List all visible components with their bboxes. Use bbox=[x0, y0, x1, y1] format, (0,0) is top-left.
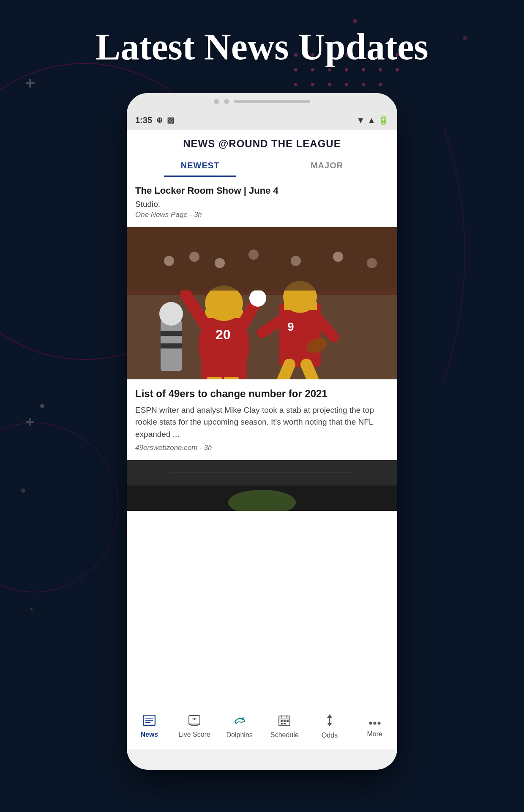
odds-icon bbox=[324, 714, 336, 730]
svg-rect-86 bbox=[281, 720, 283, 722]
nav-label-more: More bbox=[367, 730, 382, 738]
svg-line-54 bbox=[306, 365, 313, 379]
svg-point-32 bbox=[353, 19, 357, 23]
nav-item-schedule[interactable]: Schedule bbox=[262, 703, 307, 749]
svg-point-16 bbox=[294, 83, 297, 86]
app-header-title: NEWS @ROUND THE LEAGUE bbox=[135, 138, 389, 150]
news-icon bbox=[143, 715, 156, 729]
nav-label-news: News bbox=[140, 731, 158, 738]
svg-point-19 bbox=[345, 83, 348, 86]
svg-point-31 bbox=[21, 488, 25, 493]
svg-point-21 bbox=[379, 83, 382, 86]
phone-dot-2 bbox=[224, 99, 229, 104]
more-icon bbox=[369, 715, 381, 728]
svg-point-20 bbox=[362, 83, 365, 86]
news-subtitle-1: Studio: bbox=[135, 200, 389, 209]
svg-rect-39 bbox=[205, 310, 243, 318]
phone-top-bar bbox=[127, 93, 397, 110]
svg-marker-92 bbox=[327, 723, 332, 726]
tabs-row: NEWEST MAJOR bbox=[135, 156, 389, 177]
svg-point-13 bbox=[362, 68, 365, 71]
svg-point-10 bbox=[311, 68, 314, 71]
svg-text:20: 20 bbox=[216, 327, 231, 342]
signal-icon: ▲ bbox=[367, 115, 376, 125]
tab-major[interactable]: MAJOR bbox=[294, 156, 360, 177]
svg-point-62 bbox=[215, 258, 225, 268]
svg-point-1 bbox=[0, 423, 118, 592]
svg-point-95 bbox=[373, 722, 376, 725]
livescore-icon bbox=[188, 715, 201, 729]
news-source-1: One News Page - 3h bbox=[135, 211, 389, 219]
svg-point-63 bbox=[248, 250, 259, 260]
svg-point-96 bbox=[377, 722, 380, 725]
nav-item-more[interactable]: More bbox=[352, 703, 397, 749]
svg-point-15 bbox=[396, 68, 399, 71]
news-article-excerpt-2: ESPN writer and analyst Mike Clay took a… bbox=[135, 404, 389, 441]
status-bar: 1:35 ⊕ ▨ ▼ ▲ 🔋 bbox=[127, 110, 397, 130]
app-content: NEWS @ROUND THE LEAGUE NEWEST MAJOR The … bbox=[127, 130, 397, 749]
nav-item-dolphins[interactable]: Dolphins bbox=[217, 703, 262, 749]
phone-dot-1 bbox=[214, 99, 219, 104]
svg-point-94 bbox=[369, 722, 372, 725]
svg-rect-90 bbox=[284, 723, 286, 724]
svg-rect-57 bbox=[161, 331, 182, 336]
phone-notch-bar bbox=[234, 100, 310, 103]
news-image-football[interactable]: 20 9 bbox=[127, 227, 397, 379]
svg-text:+: + bbox=[25, 74, 35, 92]
svg-text:9: 9 bbox=[287, 320, 294, 333]
svg-rect-88 bbox=[287, 720, 289, 722]
svg-point-17 bbox=[311, 83, 314, 86]
app-header: NEWS @ROUND THE LEAGUE NEWEST MAJOR bbox=[127, 130, 397, 177]
nav-label-dolphins: Dolphins bbox=[227, 731, 253, 739]
news-list: The Locker Room Show | June 4 Studio: On… bbox=[127, 177, 397, 703]
dolphins-icon bbox=[233, 714, 246, 729]
svg-rect-44 bbox=[207, 377, 222, 379]
svg-point-81 bbox=[241, 718, 243, 720]
news-article-title-2: List of 49ers to change number for 2021 bbox=[135, 387, 389, 400]
bottom-nav: News Live Score bbox=[127, 703, 397, 749]
battery-icon: 🔋 bbox=[378, 115, 389, 125]
schedule-icon bbox=[278, 714, 290, 729]
news-image-bottom[interactable] bbox=[127, 460, 397, 511]
page-title: Latest News Updates bbox=[0, 25, 524, 68]
svg-rect-87 bbox=[284, 720, 286, 722]
nav-label-odds: Odds bbox=[322, 732, 338, 739]
status-icon-square: ▨ bbox=[167, 115, 174, 125]
status-icon-circle: ⊕ bbox=[156, 115, 163, 125]
svg-point-11 bbox=[328, 68, 331, 71]
news-article-source-2: 49erswebzone.com - 3h bbox=[135, 444, 389, 452]
svg-marker-91 bbox=[327, 714, 332, 718]
status-time: 1:35 bbox=[135, 115, 152, 125]
svg-point-61 bbox=[189, 252, 199, 262]
svg-point-30 bbox=[40, 404, 44, 408]
svg-rect-45 bbox=[224, 377, 239, 379]
svg-point-56 bbox=[159, 302, 183, 326]
svg-point-42 bbox=[249, 290, 266, 307]
nav-item-odds[interactable]: Odds bbox=[307, 703, 352, 749]
svg-point-14 bbox=[379, 68, 382, 71]
svg-text:+: + bbox=[25, 413, 34, 431]
svg-text:·: · bbox=[30, 601, 33, 616]
svg-rect-89 bbox=[281, 723, 283, 724]
nav-label-livescore: Live Score bbox=[178, 731, 210, 738]
svg-point-18 bbox=[328, 83, 331, 86]
svg-rect-58 bbox=[161, 343, 182, 348]
news-item-2[interactable]: List of 49ers to change number for 2021 … bbox=[127, 379, 397, 461]
svg-point-12 bbox=[345, 68, 348, 71]
svg-point-66 bbox=[367, 258, 377, 268]
svg-point-64 bbox=[291, 256, 301, 266]
news-title-1: The Locker Room Show | June 4 bbox=[135, 185, 389, 197]
phone-mockup: 1:35 ⊕ ▨ ▼ ▲ 🔋 NEWS @ROUND THE LEAGUE NE… bbox=[127, 93, 397, 770]
svg-rect-48 bbox=[284, 302, 317, 310]
svg-point-9 bbox=[294, 68, 297, 71]
nav-item-news[interactable]: News bbox=[127, 703, 172, 749]
svg-point-65 bbox=[333, 252, 343, 262]
svg-point-60 bbox=[164, 256, 174, 266]
nav-label-schedule: Schedule bbox=[270, 731, 299, 739]
news-item-1[interactable]: The Locker Room Show | June 4 Studio: On… bbox=[127, 177, 397, 227]
wifi-icon: ▼ bbox=[356, 115, 365, 125]
svg-line-53 bbox=[283, 365, 289, 379]
nav-item-livescore[interactable]: Live Score bbox=[172, 703, 217, 749]
tab-newest[interactable]: NEWEST bbox=[164, 156, 237, 177]
